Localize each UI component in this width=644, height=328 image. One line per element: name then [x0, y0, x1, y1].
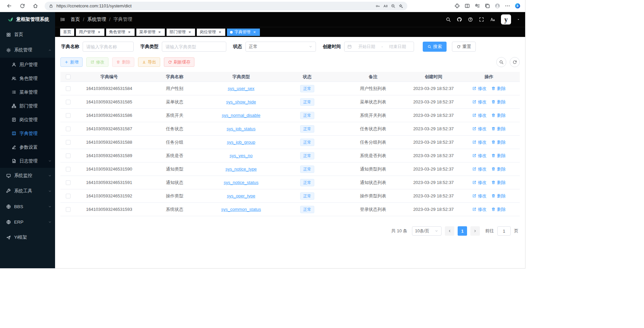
next-page-button[interactable]	[470, 226, 480, 236]
sidebar-item-erp[interactable]: ERP	[0, 214, 55, 230]
tab-post[interactable]: 岗位管理 ×	[197, 29, 225, 36]
row-checkbox[interactable]	[66, 86, 71, 91]
tab-menu[interactable]: 菜单管理 ×	[136, 29, 165, 36]
dict-type-link[interactable]: sys_job_status	[227, 126, 256, 131]
profile-avatar-icon[interactable]	[495, 3, 500, 9]
refresh-cache-button[interactable]: 刷新缓存	[164, 57, 194, 67]
dict-type-link[interactable]: sys_notice_status	[224, 180, 258, 185]
sidebar-item-tool[interactable]: 系统工具	[0, 183, 55, 199]
current-page-button[interactable]: 1	[458, 226, 467, 236]
delete-row-button[interactable]: 删除	[491, 206, 506, 213]
tab-role[interactable]: 角色管理 ×	[106, 29, 135, 36]
row-checkbox[interactable]	[66, 113, 71, 118]
dict-name-input[interactable]	[83, 42, 134, 52]
edit-row-button[interactable]: 修改	[472, 139, 487, 145]
docs-question-icon[interactable]	[468, 17, 473, 22]
close-icon[interactable]: ×	[157, 30, 162, 35]
row-checkbox[interactable]	[66, 100, 71, 104]
zoom-out-icon[interactable]	[391, 4, 396, 8]
toggle-search-button[interactable]	[496, 57, 506, 67]
dict-type-link[interactable]: sys_yes_no	[230, 153, 253, 158]
row-checkbox[interactable]	[66, 207, 71, 212]
date-range-picker[interactable]: 开始日期 - 结束日期	[344, 42, 414, 52]
dict-type-link[interactable]: sys_user_sex	[228, 86, 254, 91]
sidebar-item-monitor[interactable]: 系统监控	[0, 168, 55, 183]
add-favorite-icon[interactable]	[399, 4, 403, 8]
tab-dept[interactable]: 部门管理 ×	[167, 29, 195, 36]
delete-row-button[interactable]: 删除	[491, 126, 506, 132]
bing-sidebar-icon[interactable]: b	[515, 3, 520, 9]
delete-row-button[interactable]: 删除	[491, 86, 506, 92]
sidebar-item-dict[interactable]: 字典管理	[0, 127, 55, 140]
split-screen-icon[interactable]	[464, 3, 470, 9]
edit-row-button[interactable]: 修改	[472, 112, 487, 119]
back-icon[interactable]	[6, 3, 12, 9]
status-select[interactable]: 正常	[245, 42, 316, 52]
delete-button[interactable]: 删除	[112, 57, 134, 67]
reset-button[interactable]: 重置	[452, 42, 476, 52]
edit-row-button[interactable]: 修改	[472, 86, 487, 92]
font-size-icon[interactable]	[490, 17, 495, 22]
header-search-icon[interactable]	[446, 17, 451, 22]
close-icon[interactable]: ×	[218, 30, 222, 35]
tab-user[interactable]: 用户管理 ×	[76, 29, 104, 36]
select-all-checkbox[interactable]	[66, 75, 71, 79]
sidebar-item-user[interactable]: 用户管理	[0, 58, 55, 72]
row-checkbox[interactable]	[66, 167, 71, 172]
delete-row-button[interactable]: 删除	[491, 180, 506, 186]
close-icon[interactable]: ×	[187, 30, 192, 35]
export-button[interactable]: 导出	[138, 57, 160, 67]
sidebar-item-bbs[interactable]: BBS	[0, 199, 55, 214]
close-icon[interactable]: ×	[252, 30, 257, 35]
sidebar-item-post[interactable]: 岗位管理	[0, 113, 55, 127]
fullscreen-icon[interactable]	[479, 17, 484, 22]
favorites-icon[interactable]	[474, 3, 480, 9]
delete-row-button[interactable]: 删除	[491, 139, 506, 145]
sidebar-item-dept[interactable]: 部门管理	[0, 99, 55, 113]
row-checkbox[interactable]	[66, 194, 71, 198]
delete-row-button[interactable]: 删除	[491, 166, 506, 172]
sidebar-item-menu[interactable]: 菜单管理	[0, 85, 55, 99]
sidebar-item-system[interactable]: 系统管理	[0, 42, 55, 58]
delete-row-button[interactable]: 删除	[491, 153, 506, 159]
home-icon[interactable]	[33, 3, 38, 9]
edit-button[interactable]: 修改	[86, 57, 108, 67]
edit-row-button[interactable]: 修改	[472, 166, 487, 172]
tab-dict[interactable]: 字典管理 ×	[227, 29, 260, 36]
delete-row-button[interactable]: 删除	[491, 112, 506, 119]
extensions-icon[interactable]	[454, 3, 460, 9]
address-bar[interactable]: https://ccnetcore.com:1101/system/dict	[45, 2, 407, 10]
user-avatar[interactable]: y	[501, 14, 511, 25]
close-icon[interactable]: ×	[97, 30, 101, 35]
edit-row-button[interactable]: 修改	[472, 206, 487, 213]
dict-type-link[interactable]: sys_notice_type	[225, 167, 257, 172]
breadcrumb-item-system[interactable]: 系统管理	[87, 16, 106, 22]
tab-home[interactable]: 首页	[60, 29, 74, 36]
row-checkbox[interactable]	[66, 140, 71, 145]
edit-row-button[interactable]: 修改	[472, 193, 487, 199]
row-checkbox[interactable]	[66, 180, 71, 185]
sidebar-item-role[interactable]: 角色管理	[0, 72, 55, 85]
dict-type-link[interactable]: sys_job_group	[227, 140, 256, 145]
page-size-select[interactable]: 10条/页	[412, 226, 442, 236]
dict-type-link[interactable]: sys_oper_type	[227, 193, 256, 198]
dict-type-link[interactable]: sys_normal_disable	[222, 113, 261, 118]
add-button[interactable]: 新增	[60, 57, 83, 67]
refresh-icon[interactable]	[19, 3, 25, 9]
search-button[interactable]: 搜索	[423, 42, 447, 52]
collections-icon[interactable]	[485, 3, 490, 9]
refresh-table-button[interactable]	[510, 57, 520, 67]
chevron-down-icon[interactable]	[517, 18, 520, 21]
sidebar-item-config[interactable]: 参数设置	[0, 140, 55, 154]
delete-row-button[interactable]: 删除	[491, 193, 506, 199]
close-icon[interactable]: ×	[127, 30, 132, 35]
row-checkbox[interactable]	[66, 127, 71, 131]
sidebar-item-yi[interactable]: Yi框架	[0, 230, 55, 245]
url-text[interactable]: https://ccnetcore.com:1101/system/dict	[56, 3, 372, 8]
prev-page-button[interactable]	[445, 226, 454, 236]
collapse-sidebar-icon[interactable]	[60, 17, 65, 22]
github-icon[interactable]	[457, 17, 462, 22]
dict-type-input[interactable]	[162, 42, 226, 52]
sidebar-item-home[interactable]: 首页	[0, 27, 55, 42]
edit-row-button[interactable]: 修改	[472, 153, 487, 159]
